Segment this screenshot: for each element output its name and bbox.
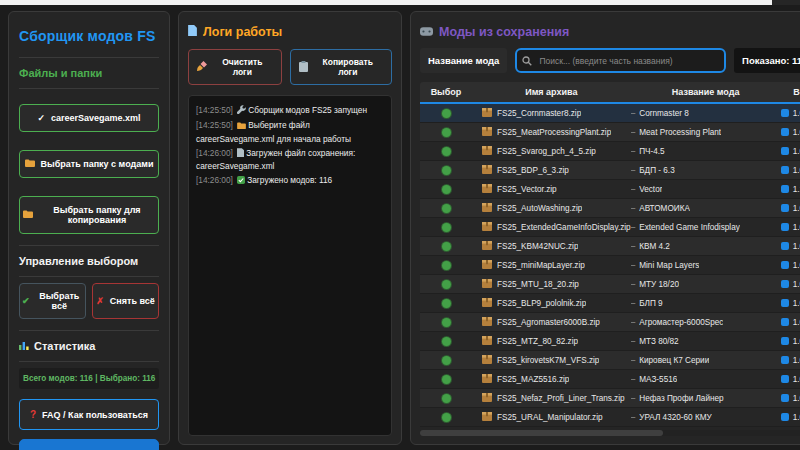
mod-row[interactable]: FS25_KBM42NUC.zip–КВМ 4.21.0.0.0 [420,237,800,256]
version-icon [781,147,789,155]
mod-archive-cell: FS25_Cornmaster8.zip [472,108,631,119]
copy-logs-button[interactable]: Копировать логи [290,49,392,85]
mod-selected-toggle[interactable] [420,337,472,346]
mod-row[interactable]: FS25_ExtendedGameInfoDisplay.zip–Extende… [420,218,800,237]
savegame-file-button[interactable]: ✓ careerSavegame.xml [19,104,159,132]
faq-button[interactable]: ? FAQ / Как пользоваться [19,399,159,430]
mod-archive-name: FS25_BDP_6_3.zip [497,166,569,175]
mod-selected-toggle[interactable] [420,299,472,308]
version-icon [781,128,789,136]
mod-row[interactable]: FS25_Vector.zip–Vector1.1.1.1 [420,180,800,199]
dash-separator: – [631,242,636,251]
mod-archive-cell: FS25_miniMapLayer.zip [472,260,631,271]
x-icon: ✗ [96,296,104,306]
version-icon [781,337,789,345]
mod-name: ПЧ-4.5 [639,147,664,156]
log-timestamp: [14:26:00] [196,148,235,158]
select-all-button[interactable]: ✔ Выбрать всё [19,283,86,319]
mod-row[interactable]: FS25_URAL_Manipulator.zip–УРАЛ 4320-60 К… [420,408,800,427]
horizontal-scrollbar[interactable] [420,430,800,436]
log-timestamp: [14:25:50] [196,105,235,115]
mod-archive-cell: FS25_BLP9_pololnik.zip [472,298,631,309]
mod-archive-cell: FS25_MTZ_80_82.zip [472,336,631,347]
mod-row[interactable]: FS25_MTU_18_20.zip–МТУ 18/201.0.0.0 [420,275,800,294]
mod-row[interactable]: FS25_BDP_6_3.zip–БДП - 6.31.0.0.1 [420,161,800,180]
log-entry: [14:25:50] Сборщик модов FS25 запущен [196,104,384,118]
mod-row[interactable]: FS25_MAZ5516.zip–МАЗ-55161.0.1.0 [420,370,800,389]
mod-name: Vector [639,185,662,194]
selection-section-title: Управление выбором [19,255,159,267]
log-output[interactable]: [14:25:50] Сборщик модов FS25 запущен[14… [188,95,392,436]
mod-selected-toggle[interactable] [420,375,472,384]
dash-separator: – [631,394,636,403]
mod-name-cell: –Mini Map Layers [631,261,781,270]
mod-selected-toggle[interactable] [420,356,472,365]
selected-dot-icon [442,109,451,118]
mod-row[interactable]: FS25_kirovetsK7M_VFS.zip–Кировец К7 Сери… [420,351,800,370]
mods-panel: Моды из сохранения Название мода Показан… [410,11,800,445]
mod-selected-toggle[interactable] [420,261,472,270]
mod-version: 1.0.0.0 [793,147,800,156]
mod-row[interactable]: FS25_MTZ_80_82.zip–МТЗ 80/821.0.0.0 [420,332,800,351]
selection-buttons: ✔ Выбрать всё ✗ Снять всё [19,283,159,319]
select-all-label: Выбрать всё [36,291,83,311]
selected-dot-icon [442,223,451,232]
mod-archive-cell: FS25_KBM42NUC.zip [472,241,631,252]
mod-row[interactable]: FS25_AutoWashing.zip–АВТОМОЙКА1.0.0.1 [420,199,800,218]
choose-mods-folder-button[interactable]: Выбрать папку с модами [19,150,159,178]
mod-archive-cell: FS25_AutoWashing.zip [472,203,631,214]
mod-version-cell: 1.1.1.1 [781,185,800,194]
mod-version-cell: 1.0.0.0 [781,299,800,308]
mod-selected-toggle[interactable] [420,204,472,213]
search-input[interactable] [515,48,726,73]
mod-row[interactable]: FS25_BLP9_pololnik.zip–БЛП 91.0.0.0 [420,294,800,313]
mod-name: Mini Map Layers [639,261,699,270]
version-icon [781,223,789,231]
mod-row[interactable]: FS25_miniMapLayer.zip–Mini Map Layers1.0… [420,256,800,275]
build-mods-button[interactable]: Собрать моды [19,439,159,450]
mod-archive-name: FS25_MTU_18_20.zip [497,280,579,289]
choose-copy-folder-button[interactable]: Выбрать папку для копирования [19,196,159,234]
logs-panel: Логи работы Очистить логи Копировать лог… [178,11,402,445]
mod-name-cell: –МТЗ 80/82 [631,337,781,346]
mod-archive-cell: FS25_Agromaster6000B.zip [472,317,631,328]
mod-row[interactable]: FS25_Svarog_pch_4_5.zip–ПЧ-4.51.0.0.0 [420,142,800,161]
mod-selected-toggle[interactable] [420,128,472,137]
log-entry: [14:26:00] Загружено модов: 116 [196,174,384,188]
mod-archive-name: FS25_ExtendedGameInfoDisplay.zip [497,223,631,232]
dash-separator: – [631,375,636,384]
mod-row[interactable]: FS25_MeatProcessingPlant.zip–Meat Proces… [420,123,800,142]
clear-logs-label: Очистить логи [212,57,273,77]
mod-selected-toggle[interactable] [420,109,472,118]
savegame-file-button-label: careerSavegame.xml [51,113,141,123]
deselect-all-button[interactable]: ✗ Снять всё [92,283,159,319]
selected-dot-icon [442,204,451,213]
mods-table-header: Выбор Имя архива Название мода Версия [420,82,800,104]
mod-selected-toggle[interactable] [420,223,472,232]
mod-selected-toggle[interactable] [420,242,472,251]
mod-version-cell: 1.0.0.0 [781,413,800,422]
mod-row[interactable]: FS25_Cornmaster8.zip–Cornmaster 81.0.0.3 [420,104,800,123]
mod-selected-toggle[interactable] [420,318,472,327]
mod-selected-toggle[interactable] [420,147,472,156]
mod-row[interactable]: FS25_Agromaster6000B.zip–Агромастер-6000… [420,313,800,332]
mod-selected-toggle[interactable] [420,166,472,175]
mod-archive-cell: FS25_kirovetsK7M_VFS.zip [472,355,631,366]
package-icon [482,412,492,423]
mod-name: Кировец К7 Серии [639,356,709,365]
mod-version: 1.0.0.0 [793,356,800,365]
mod-archive-name: FS25_BLP9_pololnik.zip [497,299,586,308]
mod-version-cell: 1.0.1.0 [781,375,800,384]
dash-separator: – [631,299,636,308]
mod-selected-toggle[interactable] [420,185,472,194]
clear-logs-button[interactable]: Очистить логи [188,49,282,85]
mod-selected-toggle[interactable] [420,280,472,289]
divider [19,361,159,362]
version-icon [781,185,789,193]
mod-selected-toggle[interactable] [420,394,472,403]
mod-row[interactable]: FS25_Nefaz_Profi_Liner_Trans.zip–Нефаз П… [420,389,800,408]
horizontal-scrollbar-thumb[interactable] [420,430,663,436]
package-icon [482,184,492,195]
log-text: Загружено модов: 116 [247,175,332,185]
mod-selected-toggle[interactable] [420,413,472,422]
